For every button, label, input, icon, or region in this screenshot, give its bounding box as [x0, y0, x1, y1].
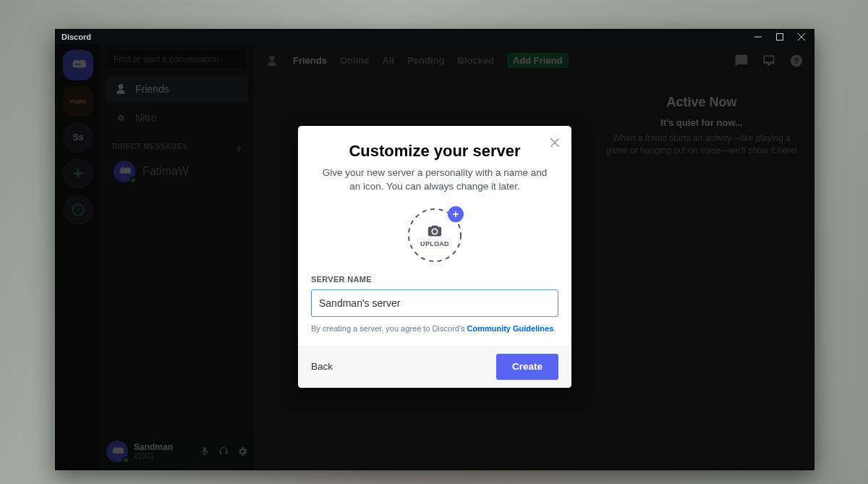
activity-subtitle: It's quiet for now...	[603, 117, 801, 128]
server-ss[interactable]: Ss	[63, 122, 93, 153]
window-title: Discord	[61, 33, 91, 41]
community-guidelines-link[interactable]: Community Guidelines	[467, 324, 553, 333]
add-server-button[interactable]: +	[63, 158, 93, 189]
self-username: Sandman	[134, 443, 173, 452]
friends-icon	[114, 82, 128, 96]
settings-icon[interactable]	[237, 446, 248, 457]
compass-icon	[71, 203, 85, 217]
guidelines-period: .	[553, 324, 556, 333]
server-rail: PUBG Ss +	[56, 44, 101, 470]
activity-panel: Active Now It's quiet for now... When a …	[590, 77, 814, 470]
conversation-search[interactable]: Find or start a conversation	[108, 50, 247, 69]
friends-label: Friends	[135, 83, 169, 95]
upload-avatar-zone[interactable]: UPLOAD +	[407, 207, 463, 263]
app-window: Discord PUBG Ss + Find or	[55, 29, 814, 470]
user-info: Sandman #1001	[134, 443, 173, 460]
svg-rect-0	[777, 34, 783, 41]
home-server-button[interactable]	[63, 50, 93, 80]
nitro-label: Nitro	[135, 112, 157, 124]
self-status-dot-icon	[122, 457, 129, 464]
mute-icon[interactable]	[199, 446, 210, 457]
activity-title: Active Now	[603, 95, 801, 110]
self-avatar[interactable]	[106, 441, 128, 462]
create-button[interactable]: Create	[496, 354, 558, 380]
dm-contact[interactable]: FatimaW	[106, 157, 248, 186]
dm-sidebar: Find or start a conversation Friends Nit…	[101, 44, 254, 470]
help-icon[interactable]: ?	[789, 54, 804, 68]
maximize-button[interactable]	[769, 30, 791, 44]
create-dm-icon[interactable]: +	[236, 143, 242, 154]
user-panel: Sandman #1001	[101, 433, 254, 470]
titlebar: Discord	[56, 30, 814, 44]
topbar: Friends Online All Pending Blocked Add F…	[254, 44, 814, 77]
window-controls	[747, 30, 812, 44]
nitro-nav-item[interactable]: Nitro	[106, 104, 248, 132]
close-window-button[interactable]	[791, 30, 812, 44]
modal-title: Customize your server	[311, 142, 558, 161]
add-friend-button[interactable]: Add Friend	[507, 53, 569, 68]
friends-nav-item[interactable]: Friends	[106, 75, 248, 103]
friends-header-label: Friends	[293, 55, 327, 66]
guidelines-text: By creating a server, you agree to Disco…	[311, 324, 558, 333]
friends-header-icon	[264, 53, 280, 69]
contact-name: FatimaW	[142, 165, 189, 178]
create-server-modal: Customize your server Give your new serv…	[298, 126, 571, 388]
discord-logo-icon	[70, 57, 86, 73]
server-pubg[interactable]: PUBG	[63, 86, 93, 116]
modal-close-button[interactable]	[548, 136, 561, 152]
dm-header-label: DIRECT MESSAGES	[112, 143, 187, 154]
guidelines-prefix: By creating a server, you agree to Disco…	[311, 324, 467, 333]
inbox-icon[interactable]	[762, 54, 776, 68]
tab-pending[interactable]: Pending	[407, 55, 444, 66]
deafen-icon[interactable]	[218, 446, 229, 457]
app-body: PUBG Ss + Find or start a conversation F…	[56, 44, 814, 470]
dm-section-header: DIRECT MESSAGES +	[101, 132, 254, 157]
plus-icon: +	[453, 208, 459, 220]
contact-avatar	[114, 161, 135, 182]
svg-point-3	[119, 116, 122, 119]
server-name-field-label: SERVER NAME	[311, 275, 558, 284]
nitro-icon	[114, 111, 128, 125]
server-name-input[interactable]	[311, 289, 558, 317]
self-tag: #1001	[134, 452, 173, 460]
modal-footer: Back Create	[298, 346, 571, 388]
back-button[interactable]: Back	[311, 361, 333, 372]
tab-blocked[interactable]: Blocked	[457, 55, 494, 66]
minimize-button[interactable]	[747, 30, 769, 44]
explore-servers-button[interactable]	[63, 195, 93, 225]
status-dot-icon	[129, 177, 137, 184]
close-icon	[548, 136, 561, 149]
activity-text: When a friend starts an activity—like pl…	[603, 132, 801, 157]
svg-text:?: ?	[794, 56, 799, 65]
modal-description: Give your new server a personality with …	[311, 166, 558, 194]
upload-plus-badge: +	[448, 206, 464, 222]
tab-online[interactable]: Online	[340, 55, 369, 66]
tab-all[interactable]: All	[382, 55, 394, 66]
new-dm-icon[interactable]	[734, 54, 749, 68]
